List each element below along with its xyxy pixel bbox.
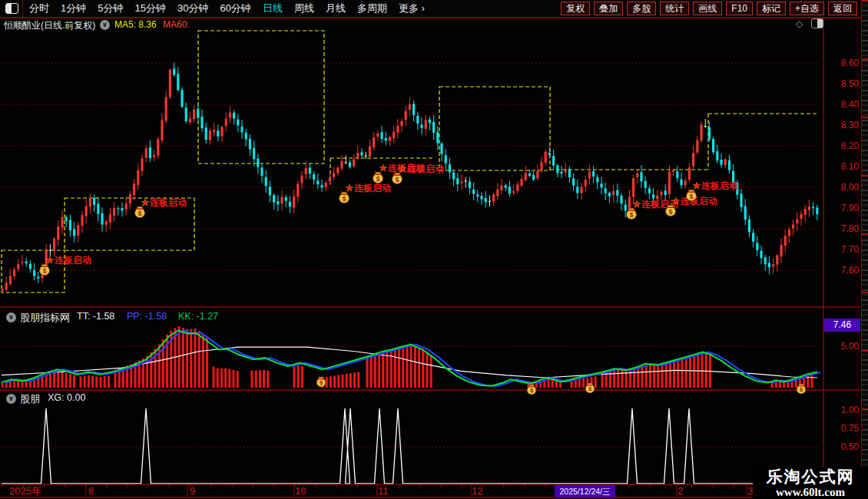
- clipped-side-toolbar[interactable]: [861, 0, 868, 499]
- toolbar-button-+自选[interactable]: +自选: [790, 2, 824, 15]
- chart-canvas[interactable]: $ 连板启动连板启动连板启动连板启动连板启动连板启动连板启动连板启动: [0, 0, 868, 499]
- price-axis-label: 8.50: [823, 79, 859, 88]
- price-axis-label: 7.90: [823, 203, 859, 213]
- diamond-icon[interactable]: ◇: [796, 18, 803, 29]
- watermark: 乐淘公式网 www.60lt.com: [753, 467, 868, 499]
- time-axis-label: 11: [378, 485, 389, 497]
- price-axis-label: 8.60: [823, 58, 859, 68]
- toolbar-button-F10[interactable]: F10: [726, 2, 753, 15]
- watermark-site-name: 乐淘公式网: [753, 468, 868, 486]
- price-axis-label: 8.00: [823, 183, 859, 192]
- tt-value: TT: -1.58: [77, 311, 114, 322]
- toolbar-divider: [22, 0, 23, 17]
- ma60-value: MA60:: [163, 19, 190, 30]
- toolbar-button-复权[interactable]: 复权: [561, 2, 590, 15]
- toolbar-button-多股[interactable]: 多股: [627, 2, 656, 15]
- period-tab-月线[interactable]: 月线: [326, 2, 346, 15]
- time-axis-label: 12: [472, 485, 482, 497]
- window-icon[interactable]: [5, 3, 18, 14]
- xg-axis-label: 1.00: [823, 405, 859, 415]
- watermark-site-url: www.60lt.com: [753, 486, 868, 498]
- xg-axis-label: 0.50: [823, 442, 859, 451]
- period-tab-日线[interactable]: 日线: [263, 2, 283, 15]
- indicator-collapse-icon[interactable]: ∨: [6, 312, 16, 322]
- price-axis-label: 7.70: [823, 245, 859, 254]
- top-toolbar: 分时1分钟5分钟15分钟30分钟60分钟日线周线月线多周期更多 › 复权叠加多股…: [0, 0, 868, 18]
- chevron-down-icon[interactable]: ∨: [100, 20, 110, 30]
- candlestick-series: [1, 63, 818, 292]
- price-axis-label: 8.20: [823, 141, 859, 150]
- toolbar-button-返回[interactable]: 返回: [828, 2, 857, 15]
- time-axis-label: 8: [88, 485, 94, 497]
- stock-title: 恒顺醋业(日线.前复权): [4, 19, 95, 32]
- period-tab-5分钟[interactable]: 5分钟: [98, 2, 123, 15]
- toolbar-button-画线[interactable]: 画线: [693, 2, 722, 15]
- price-axis-label: 7.60: [823, 266, 859, 275]
- svg-text:连板启动: 连板启动: [354, 183, 391, 193]
- price-axis-label: 8.40: [823, 100, 859, 109]
- indicator-series: [0, 326, 823, 388]
- svg-text:连板启动: 连板启动: [681, 196, 717, 207]
- price-axis-label: 7.80: [823, 224, 859, 233]
- toolbar-button-统计[interactable]: 统计: [660, 2, 689, 15]
- svg-text:连板启动: 连板启动: [150, 197, 187, 208]
- time-axis-label: 2025年: [9, 485, 41, 497]
- price-axis-label: 8.10: [823, 162, 859, 171]
- svg-text:连板启动: 连板启动: [55, 255, 91, 266]
- xg-spike-series: [2, 408, 817, 484]
- ma5-value: MA5: 8.36: [114, 19, 157, 30]
- selected-date-badge: 2025/12/24/三: [555, 485, 615, 497]
- period-tab-60分钟[interactable]: 60分钟: [220, 2, 250, 15]
- period-tab-分时[interactable]: 分时: [29, 2, 49, 15]
- time-axis-label: 10: [295, 485, 306, 497]
- svg-text:连板启动: 连板启动: [407, 164, 444, 174]
- time-axis-label: 2: [678, 485, 683, 497]
- xg-axis-label: 0.75: [823, 424, 859, 433]
- toolbar-buttons: 复权叠加多股统计画线F10标记+自选返回: [561, 2, 857, 15]
- period-tab-15分钟[interactable]: 15分钟: [134, 2, 165, 15]
- price-axis-label: 8.30: [823, 121, 859, 130]
- kk-value: KK: -1.27: [178, 311, 218, 322]
- toolbar-button-叠加[interactable]: 叠加: [594, 2, 623, 15]
- pp-value: PP: -1.58: [127, 311, 167, 322]
- toolbar-button-标记[interactable]: 标记: [757, 2, 786, 15]
- period-tab-更多 ›[interactable]: 更多 ›: [399, 2, 425, 15]
- xg-value: XG: 0.00: [48, 392, 85, 403]
- signal-collapse-icon[interactable]: ∨: [6, 394, 16, 404]
- signal-panel-title: 股朋: [20, 392, 40, 406]
- svg-text:连板启动: 连板启动: [701, 180, 738, 191]
- panel-layout-icon[interactable]: [811, 18, 823, 28]
- time-axis-label: 9: [190, 485, 195, 497]
- period-tab-多周期[interactable]: 多周期: [357, 2, 387, 15]
- period-tab-1分钟[interactable]: 1分钟: [61, 2, 86, 15]
- trading-app-window: $ 连板启动连板启动连板启动连板启动连板启动连板启动连板启动连板启动 分时1分钟…: [0, 0, 868, 499]
- period-tab-周线[interactable]: 周线: [294, 2, 314, 15]
- period-tab-30分钟[interactable]: 30分钟: [177, 2, 208, 15]
- indicator-panel-title: 股朋指标网: [20, 311, 70, 325]
- period-tabs: 分时1分钟5分钟15分钟30分钟60分钟日线周线月线多周期更多 ›: [29, 0, 425, 17]
